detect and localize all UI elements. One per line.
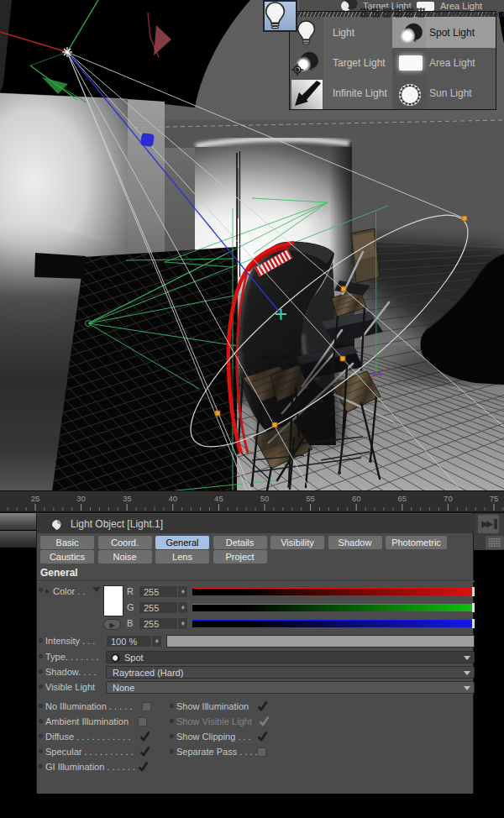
svg-text:50: 50	[260, 494, 270, 503]
svg-text:70: 70	[444, 494, 453, 503]
svg-text:25: 25	[31, 494, 40, 503]
svg-text:35: 35	[123, 494, 132, 503]
svg-text:55: 55	[306, 494, 315, 503]
svg-text:65: 65	[398, 494, 407, 503]
svg-text:45: 45	[214, 494, 223, 503]
svg-text:60: 60	[352, 494, 361, 503]
svg-text:40: 40	[169, 494, 178, 503]
svg-text:30: 30	[76, 494, 86, 503]
svg-text:75: 75	[490, 494, 499, 503]
